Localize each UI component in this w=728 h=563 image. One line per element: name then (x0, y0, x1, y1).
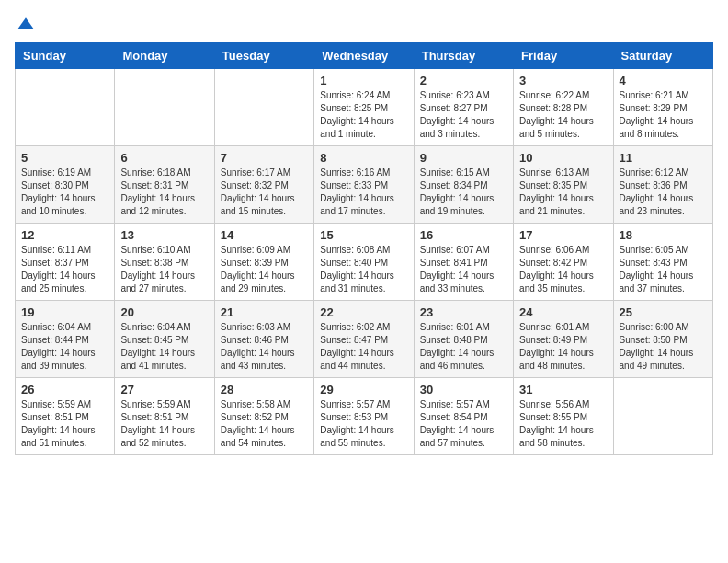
day-info: Sunrise: 6:05 AM Sunset: 8:43 PM Dayligh… (620, 244, 707, 295)
calendar-header-tuesday: Tuesday (214, 43, 313, 69)
day-info: Sunrise: 6:17 AM Sunset: 8:32 PM Dayligh… (221, 167, 308, 218)
calendar-cell: 28Sunrise: 5:58 AM Sunset: 8:52 PM Dayli… (214, 378, 313, 455)
day-number: 5 (21, 151, 108, 165)
day-number: 17 (519, 228, 607, 242)
calendar-cell: 22Sunrise: 6:02 AM Sunset: 8:47 PM Dayli… (314, 301, 414, 378)
day-info: Sunrise: 6:03 AM Sunset: 8:46 PM Dayligh… (221, 321, 308, 373)
day-info: Sunrise: 6:10 AM Sunset: 8:38 PM Dayligh… (120, 244, 208, 295)
day-number: 12 (21, 228, 108, 242)
day-info: Sunrise: 6:04 AM Sunset: 8:45 PM Dayligh… (120, 321, 208, 373)
day-number: 13 (120, 228, 208, 242)
calendar-cell: 20Sunrise: 6:04 AM Sunset: 8:45 PM Dayli… (115, 301, 214, 378)
calendar-cell (214, 69, 313, 146)
day-info: Sunrise: 6:24 AM Sunset: 8:25 PM Dayligh… (320, 89, 407, 141)
calendar-cell: 16Sunrise: 6:07 AM Sunset: 8:41 PM Dayli… (414, 224, 513, 301)
day-number: 26 (21, 383, 108, 396)
calendar-cell: 2Sunrise: 6:23 AM Sunset: 8:27 PM Daylig… (414, 69, 513, 146)
calendar-cell: 24Sunrise: 6:01 AM Sunset: 8:49 PM Dayli… (514, 301, 613, 378)
day-info: Sunrise: 6:07 AM Sunset: 8:41 PM Dayligh… (420, 244, 507, 295)
day-number: 28 (221, 383, 308, 396)
day-info: Sunrise: 6:00 AM Sunset: 8:50 PM Dayligh… (620, 321, 707, 373)
calendar-cell: 10Sunrise: 6:13 AM Sunset: 8:35 PM Dayli… (514, 146, 613, 224)
calendar-week-row: 12Sunrise: 6:11 AM Sunset: 8:37 PM Dayli… (16, 224, 713, 301)
calendar-cell: 13Sunrise: 6:10 AM Sunset: 8:38 PM Dayli… (115, 224, 214, 301)
calendar-header-saturday: Saturday (613, 43, 712, 69)
day-number: 29 (320, 383, 407, 396)
calendar-cell: 25Sunrise: 6:00 AM Sunset: 8:50 PM Dayli… (613, 301, 712, 378)
day-number: 20 (120, 305, 208, 319)
day-info: Sunrise: 6:21 AM Sunset: 8:29 PM Dayligh… (620, 89, 707, 141)
calendar-cell: 5Sunrise: 6:19 AM Sunset: 8:30 PM Daylig… (16, 146, 115, 224)
day-info: Sunrise: 5:57 AM Sunset: 8:54 PM Dayligh… (420, 398, 507, 450)
logo (15, 15, 35, 33)
calendar-cell: 11Sunrise: 6:12 AM Sunset: 8:36 PM Dayli… (613, 146, 712, 224)
calendar-header-thursday: Thursday (414, 43, 513, 69)
day-info: Sunrise: 6:18 AM Sunset: 8:31 PM Dayligh… (120, 167, 208, 218)
day-info: Sunrise: 6:09 AM Sunset: 8:39 PM Dayligh… (221, 244, 308, 295)
day-number: 23 (420, 305, 507, 319)
day-info: Sunrise: 6:01 AM Sunset: 8:48 PM Dayligh… (420, 321, 507, 373)
day-number: 10 (519, 151, 607, 165)
calendar-header-row: SundayMondayTuesdayWednesdayThursdayFrid… (16, 43, 713, 69)
day-number: 4 (620, 74, 707, 87)
day-number: 22 (320, 305, 407, 319)
calendar-cell: 14Sunrise: 6:09 AM Sunset: 8:39 PM Dayli… (214, 224, 313, 301)
calendar-cell (115, 69, 214, 146)
calendar-cell: 26Sunrise: 5:59 AM Sunset: 8:51 PM Dayli… (16, 378, 115, 455)
calendar-cell: 8Sunrise: 6:16 AM Sunset: 8:33 PM Daylig… (314, 146, 414, 224)
day-number: 15 (320, 228, 407, 242)
calendar-week-row: 19Sunrise: 6:04 AM Sunset: 8:44 PM Dayli… (16, 301, 713, 378)
calendar-cell: 31Sunrise: 5:56 AM Sunset: 8:55 PM Dayli… (514, 378, 613, 455)
day-number: 21 (221, 305, 308, 319)
day-info: Sunrise: 6:12 AM Sunset: 8:36 PM Dayligh… (620, 167, 707, 218)
day-number: 30 (420, 383, 507, 396)
calendar-cell: 3Sunrise: 6:22 AM Sunset: 8:28 PM Daylig… (514, 69, 613, 146)
day-number: 25 (620, 305, 707, 319)
day-number: 9 (420, 151, 507, 165)
logo-icon (17, 15, 35, 33)
day-info: Sunrise: 6:01 AM Sunset: 8:49 PM Dayligh… (519, 321, 607, 373)
calendar-cell: 12Sunrise: 6:11 AM Sunset: 8:37 PM Dayli… (16, 224, 115, 301)
day-info: Sunrise: 5:58 AM Sunset: 8:52 PM Dayligh… (221, 398, 308, 450)
calendar-header-monday: Monday (115, 43, 214, 69)
day-info: Sunrise: 5:59 AM Sunset: 8:51 PM Dayligh… (120, 398, 208, 450)
day-number: 27 (120, 383, 208, 396)
calendar-cell: 30Sunrise: 5:57 AM Sunset: 8:54 PM Dayli… (414, 378, 513, 455)
calendar-cell: 1Sunrise: 6:24 AM Sunset: 8:25 PM Daylig… (314, 69, 414, 146)
day-number: 1 (320, 74, 407, 87)
calendar-table: SundayMondayTuesdayWednesdayThursdayFrid… (15, 42, 713, 455)
calendar-cell: 15Sunrise: 6:08 AM Sunset: 8:40 PM Dayli… (314, 224, 414, 301)
day-number: 3 (519, 74, 607, 87)
day-number: 7 (221, 151, 308, 165)
calendar-week-row: 5Sunrise: 6:19 AM Sunset: 8:30 PM Daylig… (16, 146, 713, 224)
day-info: Sunrise: 6:11 AM Sunset: 8:37 PM Dayligh… (21, 244, 108, 295)
calendar-cell: 29Sunrise: 5:57 AM Sunset: 8:53 PM Dayli… (314, 378, 414, 455)
calendar-cell: 6Sunrise: 6:18 AM Sunset: 8:31 PM Daylig… (115, 146, 214, 224)
day-info: Sunrise: 6:08 AM Sunset: 8:40 PM Dayligh… (320, 244, 407, 295)
day-number: 24 (519, 305, 607, 319)
day-number: 11 (620, 151, 707, 165)
calendar-week-row: 1Sunrise: 6:24 AM Sunset: 8:25 PM Daylig… (16, 69, 713, 146)
day-info: Sunrise: 6:16 AM Sunset: 8:33 PM Dayligh… (320, 167, 407, 218)
calendar-header-friday: Friday (514, 43, 613, 69)
calendar-week-row: 26Sunrise: 5:59 AM Sunset: 8:51 PM Dayli… (16, 378, 713, 455)
day-info: Sunrise: 6:02 AM Sunset: 8:47 PM Dayligh… (320, 321, 407, 373)
calendar-cell: 27Sunrise: 5:59 AM Sunset: 8:51 PM Dayli… (115, 378, 214, 455)
day-info: Sunrise: 5:56 AM Sunset: 8:55 PM Dayligh… (519, 398, 607, 450)
day-info: Sunrise: 6:23 AM Sunset: 8:27 PM Dayligh… (420, 89, 507, 141)
calendar-cell: 7Sunrise: 6:17 AM Sunset: 8:32 PM Daylig… (214, 146, 313, 224)
calendar-header-sunday: Sunday (16, 43, 115, 69)
day-number: 14 (221, 228, 308, 242)
day-number: 2 (420, 74, 507, 87)
calendar-cell (16, 69, 115, 146)
calendar-cell: 23Sunrise: 6:01 AM Sunset: 8:48 PM Dayli… (414, 301, 513, 378)
calendar-cell (613, 378, 712, 455)
page-header (15, 15, 713, 33)
day-number: 6 (120, 151, 208, 165)
calendar-cell: 19Sunrise: 6:04 AM Sunset: 8:44 PM Dayli… (16, 301, 115, 378)
day-info: Sunrise: 5:57 AM Sunset: 8:53 PM Dayligh… (320, 398, 407, 450)
day-info: Sunrise: 6:13 AM Sunset: 8:35 PM Dayligh… (519, 167, 607, 218)
day-info: Sunrise: 6:15 AM Sunset: 8:34 PM Dayligh… (420, 167, 507, 218)
day-number: 18 (620, 228, 707, 242)
day-info: Sunrise: 6:19 AM Sunset: 8:30 PM Dayligh… (21, 167, 108, 218)
